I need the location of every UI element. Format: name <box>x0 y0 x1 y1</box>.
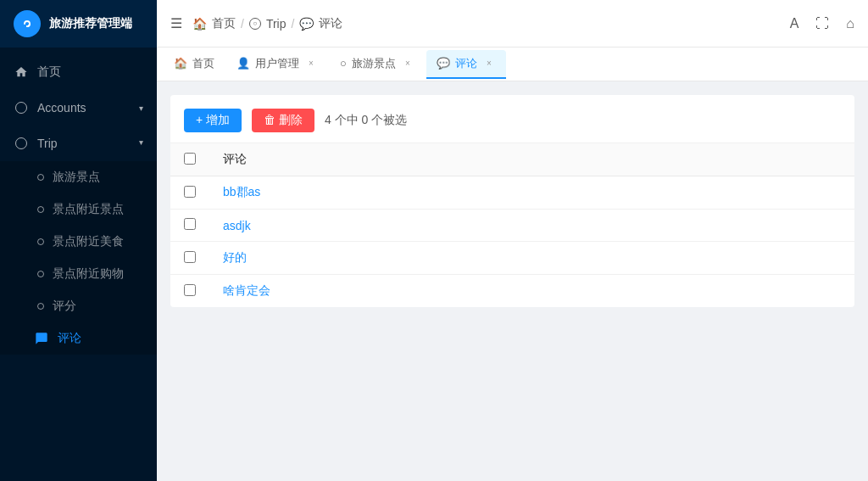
breadcrumb-home: 🏠 首页 <box>192 16 236 31</box>
row-comment-text[interactable]: 啥肯定会 <box>209 275 854 308</box>
row-comment-text[interactable]: asdjk <box>209 210 854 242</box>
breadcrumb: 🏠 首页 / ○ Trip / 💬 评论 <box>192 16 780 31</box>
nearby-food-dot-icon <box>37 238 44 245</box>
sidebar-item-comment[interactable]: 评论 <box>0 322 157 355</box>
sidebar-item-nearby-food[interactable]: 景点附近美食 <box>0 226 157 258</box>
home-icon <box>14 64 29 80</box>
row-checkbox-cell <box>170 242 209 275</box>
breadcrumb-home-label: 首页 <box>212 16 236 31</box>
tab-home[interactable]: 🏠 首页 <box>164 50 225 79</box>
data-table: 评论 bb郡as asdjk 好的 啥肯定会 <box>170 143 854 307</box>
row-checkbox-cell <box>170 210 209 242</box>
font-size-action[interactable]: A <box>790 16 799 31</box>
row-select-checkbox[interactable] <box>184 186 196 198</box>
breadcrumb-comment-icon: 💬 <box>299 17 314 31</box>
tab-user-mgmt[interactable]: 👤 用户管理 × <box>226 50 328 79</box>
sidebar-menu: 首页 Accounts ▾ Trip ▴ 旅游景点 景 <box>0 48 157 481</box>
table-row: 好的 <box>170 242 854 275</box>
comment-chat-icon <box>34 331 49 346</box>
breadcrumb-comment: 💬 评论 <box>299 16 342 31</box>
row-select-checkbox[interactable] <box>184 251 196 263</box>
trip-submenu: 旅游景点 景点附近景点 景点附近美食 景点附近购物 评分 <box>0 161 157 355</box>
sidebar-item-nearby-scenic-label: 景点附近景点 <box>53 202 124 217</box>
trip-icon <box>14 136 29 151</box>
trip-chevron-icon: ▴ <box>139 139 143 148</box>
row-comment-text[interactable]: bb郡as <box>209 176 854 210</box>
sidebar-item-scenic[interactable]: 旅游景点 <box>0 161 157 193</box>
row-select-checkbox[interactable] <box>184 218 196 230</box>
top-header: ☰ 🏠 首页 / ○ Trip / 💬 评论 A ⛶ ⌂ <box>157 0 868 48</box>
breadcrumb-sep-2: / <box>291 17 294 31</box>
add-button[interactable]: + 增加 <box>184 109 242 132</box>
nearby-scenic-dot-icon <box>37 206 44 213</box>
sidebar: 旅游推荐管理端 首页 Accounts ▾ Trip ▴ <box>0 0 157 481</box>
sidebar-item-rating[interactable]: 评分 <box>0 290 157 322</box>
tab-user-icon: 👤 <box>236 57 250 70</box>
table-row: asdjk <box>170 210 854 242</box>
table-header-row: 评论 <box>170 143 854 176</box>
sidebar-item-comment-label: 评论 <box>58 331 81 346</box>
tab-scenic-icon: ○ <box>340 57 347 70</box>
breadcrumb-trip-icon: ○ <box>249 18 261 30</box>
tab-comment-icon: 💬 <box>437 57 450 70</box>
sidebar-item-trip-label: Trip <box>37 137 131 150</box>
tab-user-mgmt-close[interactable]: × <box>304 57 318 70</box>
delete-button[interactable]: 🗑 删除 <box>252 109 314 132</box>
sidebar-item-home-label: 首页 <box>37 64 143 80</box>
tabs-bar: 🏠 首页 👤 用户管理 × ○ 旅游景点 × 💬 评论 × <box>157 48 868 81</box>
table-row: bb郡as <box>170 176 854 210</box>
tab-home-icon: 🏠 <box>174 57 187 70</box>
sidebar-item-nearby-shopping[interactable]: 景点附近购物 <box>0 258 157 290</box>
breadcrumb-trip-label: Trip <box>266 17 287 31</box>
tab-scenic-spot[interactable]: ○ 旅游景点 × <box>330 50 425 79</box>
sidebar-item-accounts[interactable]: Accounts ▾ <box>0 90 157 126</box>
breadcrumb-comment-label: 评论 <box>319 16 342 31</box>
row-checkbox-cell <box>170 275 209 308</box>
sidebar-item-nearby-scenic[interactable]: 景点附近景点 <box>0 193 157 226</box>
tab-scenic-spot-label: 旅游景点 <box>352 56 396 71</box>
tab-home-label: 首页 <box>192 56 214 71</box>
nearby-shopping-dot-icon <box>37 271 44 277</box>
table-row: 啥肯定会 <box>170 275 854 308</box>
tab-comment-close[interactable]: × <box>482 57 496 70</box>
table-body: bb郡as asdjk 好的 啥肯定会 <box>170 176 854 308</box>
scenic-dot-icon <box>37 174 44 181</box>
accounts-icon <box>14 100 29 115</box>
tab-user-mgmt-label: 用户管理 <box>255 56 299 71</box>
tab-comment[interactable]: 💬 评论 × <box>426 50 506 79</box>
content-area: + 增加 🗑 删除 4 个中 0 个被选 评论 <box>157 81 868 481</box>
menu-toggle-icon[interactable]: ☰ <box>170 15 182 31</box>
tab-scenic-close[interactable]: × <box>401 57 415 70</box>
sidebar-logo: 旅游推荐管理端 <box>0 0 157 48</box>
home-action[interactable]: ⌂ <box>846 16 854 31</box>
logo-icon <box>14 10 41 37</box>
header-checkbox-cell <box>170 143 209 176</box>
rating-dot-icon <box>37 303 44 310</box>
breadcrumb-sep-1: / <box>241 17 244 31</box>
tab-comment-label: 评论 <box>455 56 477 71</box>
row-checkbox-cell <box>170 176 209 210</box>
logo-title: 旅游推荐管理端 <box>49 16 132 31</box>
toolbar: + 增加 🗑 删除 4 个中 0 个被选 <box>170 95 854 143</box>
sidebar-item-scenic-label: 旅游景点 <box>53 170 100 185</box>
sidebar-item-nearby-shopping-label: 景点附近购物 <box>53 266 124 282</box>
sidebar-item-home[interactable]: 首页 <box>0 54 157 90</box>
main-content: ☰ 🏠 首页 / ○ Trip / 💬 评论 A ⛶ ⌂ 🏠 <box>157 0 868 481</box>
sidebar-item-trip[interactable]: Trip ▴ <box>0 126 157 161</box>
column-comment-header: 评论 <box>209 143 854 176</box>
row-select-checkbox[interactable] <box>184 284 196 296</box>
accounts-chevron-icon: ▾ <box>139 103 143 113</box>
sidebar-item-accounts-label: Accounts <box>37 101 131 115</box>
breadcrumb-home-icon: 🏠 <box>192 17 207 31</box>
breadcrumb-trip: ○ Trip <box>249 17 287 31</box>
select-all-checkbox[interactable] <box>184 153 196 165</box>
selection-info: 4 个中 0 个被选 <box>325 113 407 128</box>
sidebar-item-nearby-food-label: 景点附近美食 <box>53 234 124 249</box>
row-comment-text[interactable]: 好的 <box>209 242 854 275</box>
content-card: + 增加 🗑 删除 4 个中 0 个被选 评论 <box>170 95 854 307</box>
sidebar-item-rating-label: 评分 <box>53 299 76 314</box>
header-actions: A ⛶ ⌂ <box>790 16 854 31</box>
fullscreen-action[interactable]: ⛶ <box>815 16 829 31</box>
